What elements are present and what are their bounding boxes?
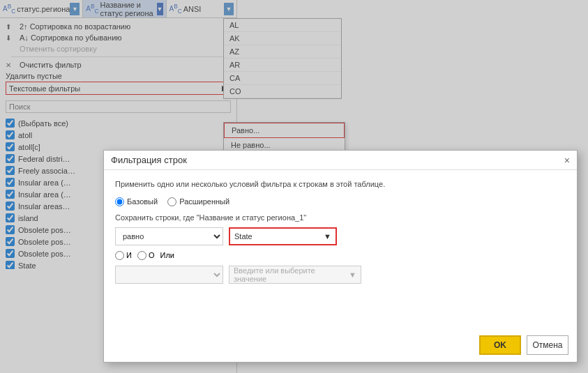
value2-arrow: ▼ — [349, 271, 356, 279]
ok-button[interactable]: OK — [479, 335, 521, 355]
value1-text: State — [234, 232, 252, 241]
logic-and-radio[interactable]: И — [115, 251, 132, 260]
cancel-label: Отмена — [532, 340, 562, 350]
filter-rows-dialog: Фильтрация строк × Применить одно или не… — [103, 150, 578, 363]
operator1-select[interactable]: равно — [115, 227, 223, 245]
dialog-body: Применить одно или несколько условий фил… — [104, 170, 577, 298]
ok-label: OK — [494, 340, 506, 350]
value1-select[interactable]: State ▼ — [229, 227, 337, 245]
dialog-footer: OK Отмена — [479, 335, 568, 355]
condition-row-2: Введите или выберите значение ▼ — [115, 266, 566, 284]
value2-select[interactable]: Введите или выберите значение ▼ — [229, 266, 361, 284]
radio-advanced-label[interactable]: Расширенный — [167, 197, 229, 206]
logic-or-radio[interactable]: О — [137, 251, 155, 260]
dialog-title: Фильтрация строк — [111, 155, 187, 165]
dialog-titlebar: Фильтрация строк × — [104, 151, 577, 170]
radio-basic[interactable] — [115, 197, 124, 206]
condition-row-1: равно State ▼ — [115, 227, 566, 245]
operator2-select[interactable] — [115, 266, 223, 284]
logic-or-input[interactable] — [137, 251, 146, 260]
logic-and-label: И — [126, 251, 132, 259]
radio-basic-text: Базовый — [127, 197, 158, 206]
close-icon[interactable]: × — [564, 155, 570, 165]
value1-arrow: ▼ — [324, 232, 331, 241]
condition-label: Сохранить строки, где "Название и статус… — [115, 213, 566, 222]
condition-label-text: Сохранить строки, где "Название и статус… — [115, 213, 306, 222]
logic-or-text: Или — [160, 251, 174, 259]
dialog-description: Применить одно или несколько условий фил… — [115, 178, 566, 190]
cancel-button[interactable]: Отмена — [527, 335, 568, 355]
filter-mode-radio: Базовый Расширенный — [115, 197, 566, 206]
radio-advanced-text: Расширенный — [179, 197, 229, 206]
radio-basic-label[interactable]: Базовый — [115, 197, 158, 206]
logic-and-input[interactable] — [115, 251, 124, 260]
logic-or-label: О — [149, 251, 155, 259]
radio-advanced[interactable] — [167, 197, 176, 206]
logic-row: И О Или — [115, 251, 566, 260]
value2-placeholder: Введите или выберите значение — [234, 266, 349, 283]
